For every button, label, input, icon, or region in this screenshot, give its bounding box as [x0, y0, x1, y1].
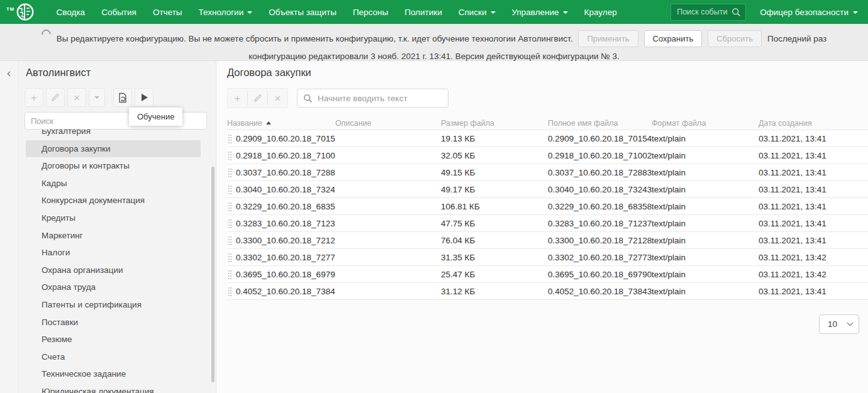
- document-name-cell: 0.4052_10.60.20.18_7384: [236, 287, 335, 296]
- drag-handle-icon[interactable]: [228, 202, 232, 211]
- app-logo[interactable]: TM: [6, 3, 35, 21]
- edit-category-button[interactable]: [46, 88, 65, 107]
- add-category-button[interactable]: +: [25, 88, 43, 107]
- category-list-item[interactable]: Маркетинг: [26, 227, 201, 245]
- column-header-label: Дата создания: [759, 119, 812, 128]
- page-size-select[interactable]: 10: [819, 314, 859, 334]
- document-fullname-cell: 0.3229_10.60.20.18_683586.: [548, 202, 652, 211]
- column-header[interactable]: Описание: [335, 119, 441, 128]
- document-row[interactable]: 0.3302_10.60.20.18_7277 31.35 КБ 0.3302_…: [227, 249, 868, 266]
- documents-search-box[interactable]: [297, 89, 448, 108]
- nav-item[interactable]: Списки: [450, 0, 504, 24]
- document-fullname-cell: 0.2918_10.60.20.18_710026.: [548, 151, 652, 160]
- document-size-cell: 47.75 КБ: [441, 219, 548, 228]
- drag-handle-icon[interactable]: [228, 287, 232, 296]
- document-size-cell: 19.13 КБ: [441, 134, 548, 143]
- drag-handle-icon[interactable]: [228, 236, 232, 245]
- documents-panel-title: Договора закупки: [227, 67, 311, 79]
- user-menu[interactable]: Офицер безопасности: [760, 8, 858, 17]
- reset-button[interactable]: Сбросить: [708, 30, 762, 47]
- document-row[interactable]: 0.3283_10.60.20.18_7123 47.75 КБ 0.3283_…: [227, 215, 868, 232]
- document-row[interactable]: 0.3037_10.60.20.18_7288 49.15 КБ 0.3037_…: [227, 164, 868, 181]
- loading-spinner-icon: [40, 28, 53, 41]
- add-document-button[interactable]: +: [228, 89, 247, 108]
- search-icon[interactable]: [732, 8, 741, 17]
- document-row[interactable]: 0.2918_10.60.20.18_7100 32.05 КБ 0.2918_…: [227, 147, 868, 164]
- document-fullname-cell: 0.3695_10.60.20.18_697908.: [548, 270, 652, 279]
- category-list-item[interactable]: Конкурсная документация: [26, 192, 201, 209]
- nav-item-label: Списки: [459, 8, 487, 17]
- document-row[interactable]: 0.3300_10.60.20.18_7212 76.04 КБ 0.3300_…: [227, 232, 868, 249]
- category-list-item[interactable]: Поставки: [26, 314, 201, 331]
- delete-document-button[interactable]: ×: [268, 89, 287, 108]
- drag-handle-icon[interactable]: [228, 253, 232, 262]
- document-size-cell: 106.81 КБ: [441, 202, 548, 211]
- document-created-cell: 03.11.2021, 13:42: [759, 270, 868, 279]
- save-button[interactable]: Сохранить: [644, 30, 703, 47]
- document-format-cell: text/plain: [652, 168, 759, 177]
- user-role-label: Офицер безопасности: [760, 8, 849, 17]
- category-list-item[interactable]: Патенты и сертификация: [26, 296, 201, 314]
- page-size-value: 10: [828, 319, 837, 329]
- category-list-item[interactable]: Договоры и контракты: [26, 157, 201, 175]
- drag-handle-icon[interactable]: [228, 270, 232, 279]
- category-list-item[interactable]: Счета: [26, 348, 201, 366]
- document-name-cell: 0.3229_10.60.20.18_6835: [236, 202, 335, 211]
- category-list-item[interactable]: Юридическая документация: [26, 383, 201, 393]
- category-list-item[interactable]: Кадры: [26, 175, 201, 192]
- category-list-item[interactable]: Резюме: [26, 331, 201, 348]
- nav-item[interactable]: Краулер: [576, 0, 625, 24]
- apply-button[interactable]: Применить: [578, 30, 638, 47]
- document-row[interactable]: 0.4052_10.60.20.18_7384 31.12 КБ 0.4052_…: [227, 283, 868, 300]
- drag-handle-icon[interactable]: [228, 151, 232, 160]
- column-header[interactable]: Полное имя файла: [548, 119, 652, 128]
- document-format-cell: text/plain: [652, 236, 759, 245]
- documents-table-body: 0.2909_10.60.20.18_7015 19.13 КБ 0.2909_…: [227, 130, 868, 300]
- notice-tail-start: Последний раз: [767, 34, 826, 43]
- document-row[interactable]: 0.3040_10.60.20.18_7324 49.17 КБ 0.3040_…: [227, 181, 868, 198]
- nav-item[interactable]: Отчеты: [145, 0, 191, 24]
- drag-handle-icon[interactable]: [228, 168, 232, 177]
- events-search-box[interactable]: [670, 4, 746, 21]
- nav-item[interactable]: Сводка: [48, 0, 94, 24]
- document-row[interactable]: 0.2909_10.60.20.18_7015 19.13 КБ 0.2909_…: [227, 130, 868, 147]
- top-navbar: TM Сводка Событ: [0, 0, 868, 24]
- category-list-item[interactable]: Договора закупки: [26, 140, 201, 158]
- load-from-file-button[interactable]: [113, 88, 132, 107]
- category-more-actions-button[interactable]: [89, 88, 105, 107]
- column-header[interactable]: Формат файла: [652, 119, 759, 128]
- category-list-item[interactable]: Охрана организации: [26, 262, 201, 279]
- chevron-down-icon: [847, 320, 854, 326]
- drag-handle-icon[interactable]: [228, 134, 232, 143]
- document-row[interactable]: 0.3695_10.60.20.18_6979 25.47 КБ 0.3695_…: [227, 266, 868, 283]
- events-search-input[interactable]: [676, 7, 729, 17]
- category-list-item[interactable]: Налоги: [26, 244, 201, 262]
- column-header[interactable]: Дата создания: [759, 119, 868, 128]
- search-icon: [303, 94, 313, 103]
- drag-handle-icon[interactable]: [228, 185, 232, 194]
- edit-document-button[interactable]: [248, 89, 267, 108]
- category-list-item[interactable]: Охрана труда: [26, 279, 201, 296]
- delete-category-button[interactable]: ×: [67, 88, 86, 107]
- documents-search-input[interactable]: [316, 93, 442, 104]
- collapse-sidebar-button[interactable]: ‹: [7, 67, 11, 79]
- train-button[interactable]: [135, 88, 153, 107]
- nav-item[interactable]: Технологии: [191, 0, 261, 24]
- document-name-cell: 0.3283_10.60.20.18_7123: [236, 219, 335, 228]
- document-reload-icon: [118, 92, 128, 103]
- category-list-item[interactable]: Техническое задание: [26, 365, 201, 383]
- drag-handle-icon[interactable]: [228, 219, 232, 228]
- document-format-cell: text/plain: [652, 202, 759, 211]
- document-row[interactable]: 0.3229_10.60.20.18_6835 106.81 КБ 0.3229…: [227, 198, 868, 215]
- nav-item[interactable]: Персоны: [345, 0, 396, 24]
- column-header-label: Формат файла: [652, 119, 706, 128]
- column-header[interactable]: Размер файла: [441, 119, 548, 128]
- documents-panel: Договора закупки + ×: [216, 61, 868, 393]
- category-list-item[interactable]: Кредиты: [26, 209, 201, 227]
- nav-item[interactable]: Управление: [504, 0, 576, 24]
- column-header[interactable]: Название: [227, 119, 335, 128]
- sidebar-scrollbar[interactable]: [211, 167, 214, 382]
- nav-item[interactable]: Объекты защиты: [260, 0, 345, 24]
- nav-item[interactable]: События: [93, 0, 145, 24]
- nav-item[interactable]: Политики: [396, 0, 450, 24]
